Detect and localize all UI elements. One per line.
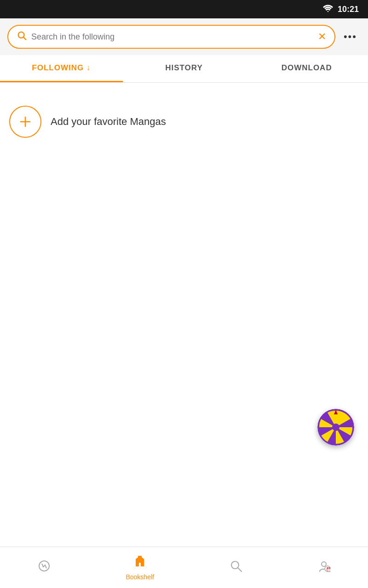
explore-icon — [38, 560, 51, 576]
nav-item-account[interactable]: ⏰ — [308, 556, 339, 579]
tab-download[interactable]: DOWNLOAD — [245, 55, 368, 82]
svg-point-0 — [327, 11, 328, 12]
tab-history[interactable]: HISTORY — [123, 55, 246, 82]
search-icon — [17, 30, 27, 43]
svg-point-6 — [332, 424, 339, 431]
add-manga-text: Add your favorite Mangas — [51, 116, 166, 128]
search-area: ✕ ••• — [0, 18, 368, 55]
spin-wheel-fab[interactable] — [317, 409, 354, 446]
account-icon: ⏰ — [317, 560, 330, 576]
bookshelf-icon — [133, 554, 147, 571]
nav-item-explore[interactable] — [29, 556, 60, 579]
nav-item-bookshelf[interactable]: Bookshelf — [116, 551, 163, 584]
main-content: Add your favorite Mangas — [0, 83, 368, 496]
bottom-nav: Bookshelf ⏰ — [0, 547, 368, 588]
wifi-icon — [323, 5, 333, 14]
svg-text:⏰: ⏰ — [326, 567, 330, 572]
svg-point-12 — [322, 562, 326, 566]
tab-following[interactable]: FOLLOWING ↓ — [0, 55, 123, 82]
svg-line-11 — [238, 568, 242, 571]
status-time: 10:21 — [338, 5, 359, 14]
search-input[interactable] — [31, 32, 313, 42]
nav-label-bookshelf: Bookshelf — [126, 573, 154, 581]
add-manga-button[interactable] — [9, 106, 41, 138]
svg-line-2 — [23, 37, 26, 40]
more-options-button[interactable]: ••• — [340, 29, 361, 45]
tabs-bar: FOLLOWING ↓ HISTORY DOWNLOAD — [0, 55, 368, 83]
search-nav-icon — [230, 560, 242, 576]
clear-icon[interactable]: ✕ — [318, 31, 326, 43]
status-bar: 10:21 — [0, 0, 368, 18]
add-manga-row: Add your favorite Mangas — [9, 101, 359, 142]
search-box[interactable]: ✕ — [7, 25, 335, 49]
svg-rect-9 — [138, 556, 142, 559]
nav-item-search[interactable] — [220, 556, 252, 579]
